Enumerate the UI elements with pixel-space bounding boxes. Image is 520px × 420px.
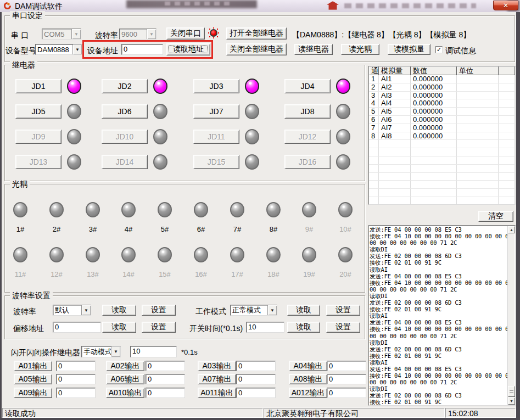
analog-output-input-12[interactable]: 0 [327, 388, 366, 398]
switch-time-read-button[interactable]: 读取 [287, 322, 320, 333]
analog-output-button-9[interactable]: A09输出 [14, 388, 52, 398]
read-analog-button[interactable]: 读模拟量 [388, 44, 430, 55]
analog-output-button-10[interactable]: A010输出 [106, 388, 144, 398]
close-all-relays-button[interactable]: 关闭全部继电器 [226, 43, 287, 55]
flash-mode-value: 手动模式 [82, 347, 111, 357]
analog-output-button-6[interactable]: A06输出 [106, 374, 144, 384]
relay-button-JD9[interactable]: JD9 [15, 130, 61, 144]
table-row[interactable]: 8AI80.000000 [369, 132, 515, 141]
clear-log-button[interactable]: 清空 [478, 211, 513, 222]
relay-button-JD5[interactable]: JD5 [15, 104, 61, 119]
scroll-down-icon[interactable]: ▼ [508, 397, 515, 405]
read-relay-button[interactable]: 读继电器 [294, 44, 333, 55]
relay-button-JD6[interactable]: JD6 [102, 104, 148, 119]
work-mode-set-button[interactable]: 设置 [326, 305, 360, 316]
relay-button-JD2[interactable]: JD2 [102, 79, 148, 93]
log-line: 发送:FE 04 00 00 00 08 E5 C3 [370, 319, 507, 326]
relay-button-JD3[interactable]: JD3 [193, 79, 239, 93]
debug-info-checkbox[interactable]: ✓ [435, 46, 443, 53]
work-mode-read-button[interactable]: 读取 [287, 305, 320, 316]
baud-set-button[interactable]: 设置 [142, 305, 176, 316]
table-row[interactable] [369, 165, 515, 173]
scroll-up-icon[interactable]: ▲ [508, 226, 515, 233]
switch-time-set-button[interactable]: 设置 [326, 322, 360, 333]
relay-button-JD13[interactable]: JD13 [15, 155, 61, 169]
debug-log-box[interactable]: 发送:FE 04 00 00 00 08 E5 C3接收:FE 04 10 00… [368, 225, 516, 406]
analog-output-input-1[interactable]: 0 [56, 361, 96, 371]
offset-address-input[interactable]: 0 [53, 322, 101, 333]
table-row[interactable] [369, 140, 515, 148]
analog-output-button-5[interactable]: A05输出 [14, 374, 52, 384]
relay-button-JD12[interactable]: JD12 [284, 130, 331, 144]
close-button[interactable]: ✕ [493, 1, 518, 10]
relay-button-JD14[interactable]: JD14 [102, 155, 148, 169]
table-cell [499, 124, 515, 132]
relay-button-JD16[interactable]: JD16 [284, 155, 331, 169]
table-row[interactable]: 1AI10.000000 [369, 75, 515, 83]
analog-output-button-7[interactable]: A07输出 [198, 374, 236, 384]
scrollbar-thumb[interactable] [508, 386, 515, 397]
relay-button-JD10[interactable]: JD10 [102, 130, 148, 144]
analog-output-button-1[interactable]: A01输出 [14, 361, 52, 371]
chevron-down-icon: ▼ [147, 29, 156, 39]
table-row[interactable] [369, 189, 515, 197]
analog-output-input-11[interactable]: 0 [236, 388, 276, 398]
analog-output-button-3[interactable]: A03输出 [198, 361, 236, 371]
device-address-input[interactable]: 0 [121, 44, 163, 55]
read-address-button[interactable]: 读取地址 [166, 43, 210, 55]
table-row[interactable] [369, 197, 515, 205]
baud-setting-select[interactable]: 默认 ▼ [53, 305, 91, 316]
close-serial-button[interactable]: 关闭串口 [166, 27, 205, 40]
table-row[interactable] [369, 148, 515, 156]
analog-output-input-9[interactable]: 0 [56, 388, 96, 398]
offset-read-button[interactable]: 读取 [102, 322, 136, 333]
log-scrollbar[interactable]: ▲ ▼ [507, 226, 515, 405]
open-all-relays-button[interactable]: 打开全部继电器 [226, 27, 287, 40]
analog-output-button-12[interactable]: A012输出 [289, 388, 327, 398]
analog-output-button-11[interactable]: A011输出 [198, 388, 236, 398]
table-row[interactable]: 2AI20.000000 [369, 83, 515, 92]
analog-output-input-4[interactable]: 0 [327, 361, 366, 371]
work-mode-select[interactable]: 正常模式 ▼ [230, 305, 277, 316]
analog-output-button-8[interactable]: A08输出 [289, 374, 327, 384]
table-row[interactable]: 3AI30.000000 [369, 92, 515, 100]
relay-button-JD4[interactable]: JD4 [284, 79, 331, 93]
relay-button-JD11[interactable]: JD11 [193, 130, 239, 144]
table-row[interactable]: 5AI50.000000 [369, 108, 515, 116]
device-model-select[interactable]: DAM0888 ▼ [35, 44, 82, 55]
analog-output-input-2[interactable]: 0 [146, 361, 185, 371]
table-row[interactable]: 4AI40.000000 [369, 99, 515, 108]
offset-set-button[interactable]: 设置 [142, 322, 176, 333]
analog-output-input-7[interactable]: 0 [236, 374, 276, 384]
analog-output-button-4[interactable]: A04输出 [289, 361, 327, 371]
log-line: 发送:FE 02 00 00 00 08 6D C3 [370, 346, 507, 352]
relay-button-JD7[interactable]: JD7 [193, 104, 239, 119]
flash-mode-select[interactable]: 手动模式 ▼ [81, 346, 121, 357]
table-row[interactable] [369, 156, 515, 165]
relay-button-JD8[interactable]: JD8 [284, 104, 331, 119]
log-line: 00 00 00 00 00 00 00 71 2C [370, 333, 507, 339]
log-line: 接收:FE 02 01 00 91 9C [370, 399, 507, 405]
analog-output-input-8[interactable]: 0 [327, 374, 366, 384]
table-row[interactable] [369, 173, 515, 181]
relay-button-JD1[interactable]: JD1 [15, 79, 61, 93]
table-row[interactable]: 7AI70.000000 [369, 124, 515, 132]
flash-time-input[interactable]: 10 [130, 346, 177, 357]
baud-select[interactable]: 9600 ▼ [119, 29, 156, 40]
analog-output-input-5[interactable]: 0 [56, 374, 96, 384]
table-cell [457, 181, 499, 188]
table-row[interactable]: 6AI60.000000 [369, 116, 515, 124]
read-opto-button[interactable]: 读光耦 [341, 44, 379, 55]
baud-setting-label: 波特率 [13, 307, 36, 317]
baud-read-button[interactable]: 读取 [102, 305, 136, 316]
table-cell: AI4 [379, 99, 411, 107]
analog-output-input-6[interactable]: 0 [146, 374, 185, 384]
serial-port-select[interactable]: COM5 ▼ [42, 29, 81, 40]
table-row[interactable] [369, 181, 515, 189]
switch-time-input[interactable]: 10 [246, 322, 284, 333]
table-cell [379, 197, 411, 205]
analog-output-button-2[interactable]: A02输出 [106, 361, 144, 371]
analog-output-input-3[interactable]: 0 [236, 361, 276, 371]
relay-button-JD15[interactable]: JD15 [193, 155, 239, 169]
analog-output-input-10[interactable]: 0 [146, 388, 185, 398]
